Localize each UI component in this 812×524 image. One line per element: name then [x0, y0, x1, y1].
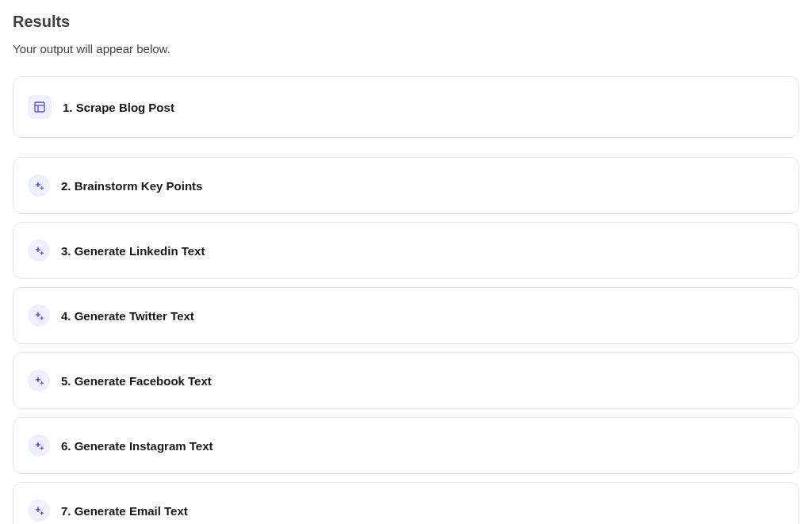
step-label: 2. Brainstorm Key Points	[61, 179, 202, 193]
svg-rect-0	[35, 102, 44, 112]
sparkle-icon	[28, 174, 50, 197]
step-label: 4. Generate Twitter Text	[61, 309, 194, 323]
results-subtitle: Your output will appear below.	[13, 42, 799, 55]
step-item-brainstorm-key-points[interactable]: 2. Brainstorm Key Points	[13, 157, 799, 214]
step-item-generate-facebook-text[interactable]: 5. Generate Facebook Text	[13, 352, 799, 409]
sparkle-icon	[28, 434, 50, 457]
step-item-generate-twitter-text[interactable]: 4. Generate Twitter Text	[13, 287, 799, 344]
step-label: 6. Generate Instagram Text	[61, 439, 213, 453]
step-item-generate-instagram-text[interactable]: 6. Generate Instagram Text	[13, 417, 799, 474]
step-item-generate-email-text[interactable]: 7. Generate Email Text	[13, 482, 799, 524]
results-title: Results	[13, 13, 799, 31]
sparkle-icon	[28, 239, 50, 262]
step-label: 5. Generate Facebook Text	[61, 374, 212, 388]
step-label: 3. Generate Linkedin Text	[61, 244, 205, 258]
steps-list: 1. Scrape Blog Post 2. Brainstorm Key Po…	[13, 76, 799, 524]
sparkle-icon	[28, 304, 50, 327]
step-label: 7. Generate Email Text	[61, 504, 188, 518]
step-label: 1. Scrape Blog Post	[63, 101, 174, 114]
layout-icon	[28, 95, 52, 119]
step-item-generate-linkedin-text[interactable]: 3. Generate Linkedin Text	[13, 222, 799, 279]
sparkle-icon	[28, 369, 50, 392]
step-item-scrape-blog-post[interactable]: 1. Scrape Blog Post	[13, 76, 799, 138]
sparkle-icon	[28, 499, 50, 522]
